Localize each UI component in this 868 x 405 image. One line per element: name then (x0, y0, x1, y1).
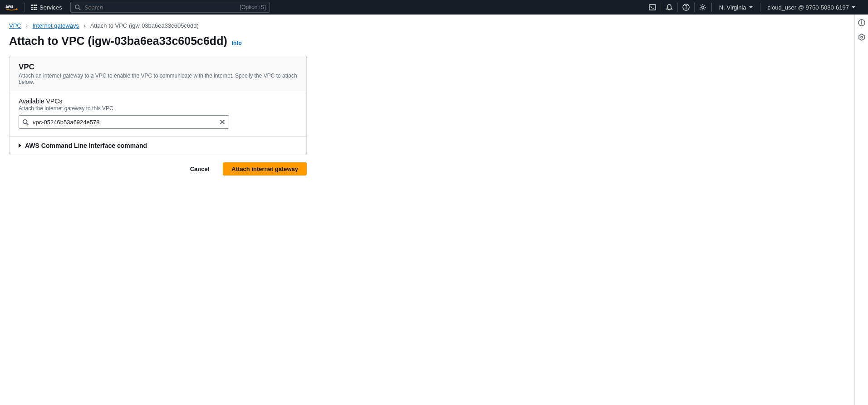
action-row: Cancel Attach internet gateway (9, 162, 307, 176)
terminal-icon (649, 4, 656, 11)
search-shortcut: [Option+S] (240, 4, 266, 10)
search-icon (74, 4, 81, 10)
breadcrumb-current: Attach to VPC (igw-03ba6ea33c605c6dd) (90, 22, 199, 29)
vpc-panel: VPC Attach an internet gateway to a VPC … (9, 56, 307, 155)
notifications-button[interactable] (661, 3, 678, 12)
page-title-row: Attach to VPC (igw-03ba6ea33c605c6dd) In… (9, 34, 845, 48)
search-input[interactable] (81, 4, 240, 11)
help-button[interactable] (678, 3, 695, 12)
panel-description: Attach an internet gateway to a VPC to e… (19, 73, 297, 85)
svg-point-1 (75, 5, 79, 9)
main-content: VPC › Internet gateways › Attach to VPC … (0, 15, 854, 183)
svg-text:aws: aws (5, 4, 14, 9)
user-menu[interactable]: cloud_user @ 9750-5030-6197 (760, 4, 863, 11)
gear-icon (699, 4, 706, 11)
svg-line-13 (27, 123, 29, 125)
page-title: Attach to VPC (igw-03ba6ea33c605c6dd) (9, 34, 227, 48)
cloudshell-button[interactable] (644, 3, 661, 12)
svg-rect-3 (649, 5, 656, 10)
panel-footer[interactable]: AWS Command Line Interface command (10, 137, 306, 155)
cli-expand-label: AWS Command Line Interface command (25, 142, 147, 149)
region-selector[interactable]: N. Virginia (711, 3, 760, 12)
svg-point-11 (861, 36, 863, 38)
field-help: Attach the internet gateway to this VPC. (19, 105, 297, 112)
top-header: aws Services [Option+S] (0, 0, 868, 15)
svg-point-6 (686, 9, 686, 9)
panel-title: VPC (19, 63, 297, 72)
chevron-right-icon: › (83, 22, 86, 29)
panel-header: VPC Attach an internet gateway to a VPC … (10, 56, 306, 91)
services-label: Services (39, 4, 62, 11)
field-label: Available VPCs (19, 98, 297, 105)
search-icon (22, 119, 29, 125)
settings-button[interactable] (695, 3, 711, 12)
bell-icon (666, 4, 673, 11)
svg-point-10 (861, 21, 862, 21)
user-label: cloud_user @ 9750-5030-6197 (768, 4, 849, 11)
breadcrumb-internet-gateways[interactable]: Internet gateways (32, 22, 79, 29)
vpc-select-input[interactable] (19, 115, 229, 129)
cancel-button[interactable]: Cancel (182, 162, 218, 176)
global-search[interactable]: [Option+S] (70, 2, 270, 13)
help-icon (682, 4, 690, 11)
svg-line-2 (78, 9, 80, 10)
chevron-right-icon: › (26, 22, 28, 29)
expand-triangle-icon (19, 143, 21, 148)
grid-icon (31, 5, 37, 10)
header-right: N. Virginia cloud_user @ 9750-5030-6197 (644, 0, 863, 15)
region-label: N. Virginia (719, 4, 746, 11)
close-icon (219, 119, 226, 125)
vpc-input-wrapper (19, 115, 229, 129)
services-button[interactable]: Services (25, 0, 69, 15)
svg-point-12 (23, 120, 27, 124)
hexagon-icon (858, 34, 865, 41)
caret-down-icon (852, 6, 855, 8)
breadcrumb-vpc[interactable]: VPC (9, 22, 21, 29)
attach-gateway-button[interactable]: Attach internet gateway (223, 162, 307, 176)
svg-point-7 (701, 6, 704, 9)
preferences-panel-button[interactable] (858, 34, 865, 41)
aws-logo[interactable]: aws (5, 3, 25, 12)
clear-input-button[interactable] (219, 119, 226, 125)
caret-down-icon (749, 6, 753, 8)
info-icon (858, 19, 865, 26)
info-panel-button[interactable] (858, 19, 865, 26)
panel-body: Available VPCs Attach the internet gatew… (10, 91, 306, 137)
breadcrumb: VPC › Internet gateways › Attach to VPC … (9, 22, 845, 29)
aws-logo-icon: aws (5, 3, 18, 11)
right-sidebar (854, 15, 868, 183)
info-link[interactable]: Info (232, 40, 242, 46)
